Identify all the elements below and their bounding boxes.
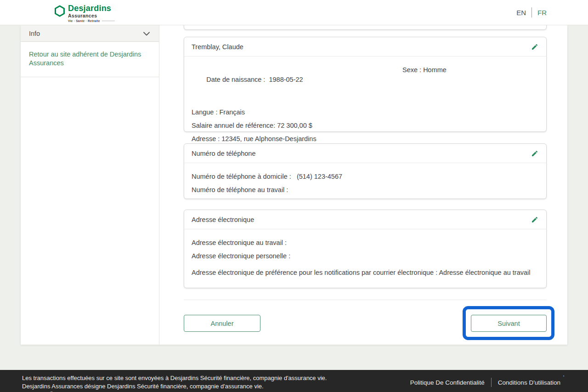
footer-line-1: Les transactions effectuées sur ce site … [22,374,327,382]
logo-tagline: Vie · Santé · Retraite [68,19,100,23]
terms-of-use-link[interactable]: Conditions D'utilisation [498,379,560,386]
content-divider [184,300,547,300]
edit-email-button[interactable] [531,216,539,224]
sidebar: Info Retour au site adhérent de Desjardi… [21,25,159,345]
home-phone-row: Numéro de téléphone à domicile : (514) 1… [192,172,539,182]
phone-card-title: Numéro de téléphone [192,150,255,157]
footer-line-3: Copyright © 2025 Desjardins Sécurité fin… [22,390,327,392]
logo-tagline-row: Vie · Santé · Retraite [68,19,115,23]
phone-card: Numéro de téléphone Numéro de téléphone … [184,143,547,199]
pencil-icon [531,150,538,157]
email-card-body: Adresse électronique au travail : Adress… [184,229,546,278]
phone-card-header: Numéro de téléphone [184,144,546,163]
sidebar-back-block: Retour au site adhérent de Desjardins As… [21,42,159,77]
email-preference-row: Adresse électronique de préférence pour … [192,268,539,278]
lang-fr-button[interactable]: FR [537,9,547,17]
logo-text: Desjardins Assurances Vie · Santé · Retr… [68,4,115,23]
email-card: Adresse électronique Adresse électroniqu… [184,210,547,288]
footer-legal-text: Les transactions effectuées sur ce site … [22,374,327,392]
app-footer: Les transactions effectuées sur ce site … [0,370,588,392]
footer-link-divider [491,378,492,387]
logo-sub: Assurances [68,13,115,19]
footer-line-2: Desjardins Assurances désigne Desjardins… [22,382,327,391]
profile-card-header: Tremblay, Claude [184,37,546,57]
edit-phone-button[interactable] [531,149,539,158]
work-phone-row: Numéro de téléphone au travail : [192,185,539,195]
previous-card-sliver [184,25,547,30]
cancel-button[interactable]: Annuler [184,315,260,332]
birth-date-value: Date de naissance : 1988-05-22 [206,76,303,83]
personal-email-row: Adresse électronique personelle : [192,251,539,261]
logo-brand: Desjardins [68,4,115,13]
chevron-down-icon [143,30,150,37]
next-button[interactable]: Suivant [471,315,547,332]
email-card-header: Adresse électronique [184,210,546,229]
address-row-line1: Adresse : 12345, rue Alphonse-Desjardins [192,134,539,144]
email-card-title: Adresse électronique [192,216,254,223]
pencil-icon [531,216,538,223]
footer-links: Politique De Confidentialité Conditions … [410,378,560,387]
profile-card-title: Tremblay, Claude [192,43,243,51]
sex-value: Sexe : Homme [402,65,447,75]
profile-card-body: Date de naissance : 1988-05-22 Sexe : Ho… [184,57,546,155]
language-switch: EN FR [516,7,547,17]
back-to-member-site-link[interactable]: Retour au site adhérent de Desjardins As… [29,51,141,67]
sidebar-info-label: Info [29,30,40,37]
lang-en-button[interactable]: EN [516,9,526,17]
profile-card: Tremblay, Claude Date de naissance : 198… [184,37,547,132]
phone-card-body: Numéro de téléphone à domicile : (514) 1… [184,163,546,195]
logo-tagline-rule [102,21,115,21]
privacy-policy-link[interactable]: Politique De Confidentialité [410,379,485,386]
birth-date-row: Date de naissance : 1988-05-22 Sexe : Ho… [192,65,539,104]
work-email-row: Adresse électronique au travail : [192,238,539,248]
lang-divider [531,7,532,17]
language-row: Langue : Français [192,108,539,117]
edit-profile-button[interactable] [531,43,539,51]
main-panel: Info Retour au site adhérent de Desjardi… [21,25,567,345]
salary-row: Salaire annuel de référence: 72 300,00 $ [192,121,539,131]
footer-tick-mark: ' [563,375,564,380]
desjardins-logo[interactable]: Desjardins Assurances Vie · Santé · Retr… [54,4,115,23]
hexagon-logo-icon [54,5,65,19]
sidebar-item-info[interactable]: Info [21,25,159,42]
app-header: Desjardins Assurances Vie · Santé · Retr… [0,0,588,25]
pencil-icon [531,43,538,51]
